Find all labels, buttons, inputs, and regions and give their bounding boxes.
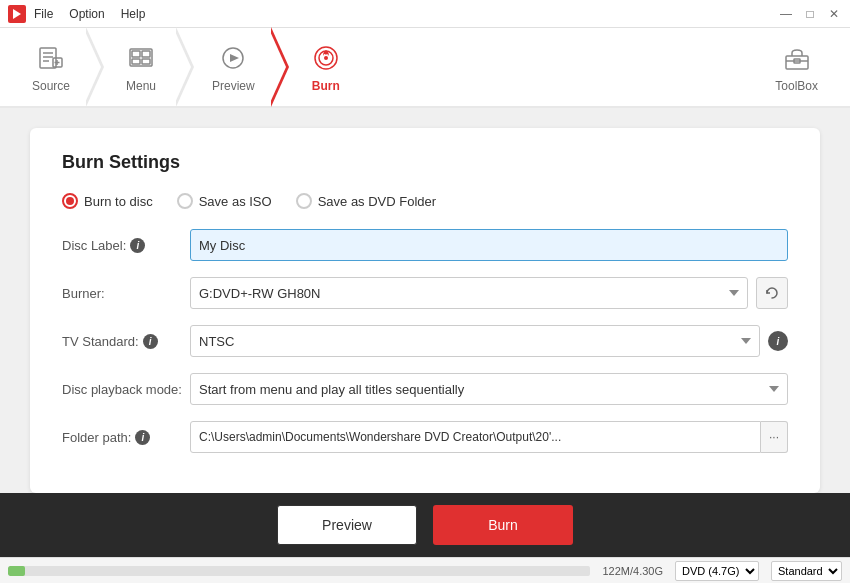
disc-playback-row: Disc playback mode: Start from menu and … <box>62 373 788 405</box>
radio-save-iso-circle <box>177 193 193 209</box>
folder-path-container: ··· <box>190 421 788 453</box>
progress-bar-fill <box>8 566 25 576</box>
toolbar-item-toolbox[interactable]: ToolBox <box>759 33 834 101</box>
svg-marker-0 <box>13 9 21 19</box>
toolbar-item-burn[interactable]: Burn <box>291 27 361 107</box>
menu-nav-icon <box>124 41 158 75</box>
svg-rect-12 <box>142 59 150 64</box>
radio-burn-disc[interactable]: Burn to disc <box>62 193 153 209</box>
burner-label: Burner: <box>62 286 182 301</box>
disc-playback-select[interactable]: Start from menu and play all titles sequ… <box>190 373 788 405</box>
burner-refresh-button[interactable] <box>756 277 788 309</box>
burn-label-nav: Burn <box>312 79 340 93</box>
svg-rect-10 <box>142 51 150 57</box>
burner-row: Burner: G:DVD+-RW GH80N <box>62 277 788 309</box>
toolbar-arrow-3 <box>271 27 289 107</box>
svg-point-17 <box>324 56 328 60</box>
disc-type-select[interactable]: DVD (4.7G) BD (25G) <box>675 561 759 581</box>
main-content: Burn Settings Burn to disc Save as ISO S… <box>0 108 850 493</box>
toolbar-nav: Source Menu <box>16 27 759 107</box>
folder-path-label: Folder path: i <box>62 430 182 445</box>
folder-path-browse-button[interactable]: ··· <box>761 421 788 453</box>
menu-nav-label: Menu <box>126 79 156 93</box>
toolbox-icon <box>780 41 814 75</box>
maximize-button[interactable]: □ <box>802 7 818 21</box>
menu-file[interactable]: File <box>34 7 53 21</box>
tv-standard-label: TV Standard: i <box>62 334 182 349</box>
titlebar: File Option Help — □ ✕ <box>0 0 850 28</box>
radio-save-iso-label: Save as ISO <box>199 194 272 209</box>
folder-path-info-icon[interactable]: i <box>135 430 150 445</box>
disc-label-input[interactable] <box>190 229 788 261</box>
tv-standard-right-info-icon[interactable]: i <box>768 331 788 351</box>
menu-option[interactable]: Option <box>69 7 104 21</box>
window-controls: — □ ✕ <box>778 7 842 21</box>
disc-label-row: Disc Label: i <box>62 229 788 261</box>
folder-path-input[interactable] <box>190 421 761 453</box>
disc-playback-label: Disc playback mode: <box>62 382 182 397</box>
svg-rect-9 <box>132 51 140 57</box>
tv-standard-select[interactable]: NTSC PAL <box>190 325 760 357</box>
disc-label-label: Disc Label: i <box>62 238 182 253</box>
source-icon <box>34 41 68 75</box>
folder-path-row: Folder path: i ··· <box>62 421 788 453</box>
radio-save-dvd-folder-label: Save as DVD Folder <box>318 194 437 209</box>
source-label: Source <box>32 79 70 93</box>
toolbar-arrow-2 <box>176 27 194 107</box>
radio-burn-disc-circle <box>62 193 78 209</box>
settings-title: Burn Settings <box>62 152 788 173</box>
tv-standard-info-icon[interactable]: i <box>143 334 158 349</box>
minimize-button[interactable]: — <box>778 7 794 21</box>
toolbox-label: ToolBox <box>775 79 818 93</box>
action-bar: Preview Burn <box>0 493 850 557</box>
settings-panel: Burn Settings Burn to disc Save as ISO S… <box>30 128 820 493</box>
disc-type-container: DVD (4.7G) BD (25G) <box>675 561 759 581</box>
app-logo <box>8 5 26 23</box>
menu-bar: File Option Help <box>34 7 778 21</box>
toolbar-arrow-1 <box>86 27 104 107</box>
tv-standard-row: TV Standard: i NTSC PAL i <box>62 325 788 357</box>
close-button[interactable]: ✕ <box>826 7 842 21</box>
svg-rect-11 <box>132 59 140 64</box>
toolbar: Source Menu <box>0 28 850 108</box>
radio-save-dvd-folder-circle <box>296 193 312 209</box>
svg-marker-14 <box>230 54 239 62</box>
preview-icon <box>216 41 250 75</box>
disc-label-info-icon[interactable]: i <box>130 238 145 253</box>
size-info: 122M/4.30G <box>602 565 663 577</box>
quality-container: Standard High Low <box>771 561 842 581</box>
radio-save-dvd-folder[interactable]: Save as DVD Folder <box>296 193 437 209</box>
toolbar-item-preview[interactable]: Preview <box>196 27 271 107</box>
progress-bar-container <box>8 566 590 576</box>
quality-select[interactable]: Standard High Low <box>771 561 842 581</box>
preview-button[interactable]: Preview <box>277 505 417 545</box>
toolbar-item-source[interactable]: Source <box>16 27 86 107</box>
status-bar: 122M/4.30G DVD (4.7G) BD (25G) Standard … <box>0 557 850 583</box>
menu-help[interactable]: Help <box>121 7 146 21</box>
burner-select[interactable]: G:DVD+-RW GH80N <box>190 277 748 309</box>
radio-burn-disc-label: Burn to disc <box>84 194 153 209</box>
radio-row: Burn to disc Save as ISO Save as DVD Fol… <box>62 193 788 209</box>
radio-save-iso[interactable]: Save as ISO <box>177 193 272 209</box>
burn-icon <box>309 41 343 75</box>
toolbar-item-menu[interactable]: Menu <box>106 27 176 107</box>
burn-button[interactable]: Burn <box>433 505 573 545</box>
preview-label-nav: Preview <box>212 79 255 93</box>
